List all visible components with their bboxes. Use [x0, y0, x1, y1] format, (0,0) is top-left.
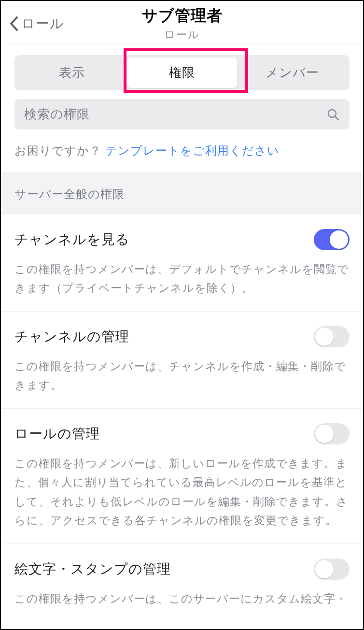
permission-desc: この権限を持つメンバーは、チャンネルを作成・編集・削除できます。: [14, 357, 350, 395]
permission-view-channels: チャンネルを見る この権限を持つメンバーは、デフォルトでチャンネルを閲覧できます…: [1, 215, 363, 312]
chevron-left-icon: [10, 16, 18, 31]
tab-bar: 表示 権限 メンバー: [14, 55, 350, 90]
help-link[interactable]: テンプレートをご利用ください: [105, 144, 280, 157]
svg-line-1: [335, 116, 338, 120]
permission-desc: この権限を持つメンバーは、新しいロールを作成できます。また、個々人に割り当てられ…: [14, 454, 350, 530]
permission-desc: この権限を持つメンバーは、デフォルトでチャンネルを閲覧できます（プライベートチャ…: [14, 260, 350, 298]
tab-permissions[interactable]: 権限: [127, 57, 237, 88]
search-input[interactable]: [24, 107, 326, 122]
tab-display[interactable]: 表示: [17, 57, 127, 88]
toggle-manage-emoji[interactable]: [314, 558, 350, 580]
toggle-manage-roles[interactable]: [314, 423, 350, 444]
permission-manage-channels: チャンネルの管理 この権限を持つメンバーは、チャンネルを作成・編集・削除できます…: [1, 312, 363, 409]
section-header: サーバー全般の権限: [1, 172, 363, 215]
permission-title: チャンネルを見る: [14, 230, 130, 249]
help-prefix: お困りですか？: [14, 144, 101, 157]
header-bar: ロール サブ管理者 ロール: [1, 1, 363, 44]
permission-manage-roles: ロールの管理 この権限を持つメンバーは、新しいロールを作成できます。また、個々人…: [1, 409, 363, 544]
back-button[interactable]: ロール: [10, 14, 64, 33]
tab-members[interactable]: メンバー: [237, 57, 347, 88]
permission-manage-emoji: 絵文字・スタンプの管理 この権限を持つメンバーは、このサーバーにカスタム絵文字・: [1, 544, 363, 622]
permission-title: ロールの管理: [14, 425, 100, 443]
permission-desc: この権限を持つメンバーは、このサーバーにカスタム絵文字・: [14, 589, 350, 608]
help-text: お困りですか？ テンプレートをご利用ください: [1, 129, 363, 172]
permission-title: 絵文字・スタンプの管理: [14, 560, 171, 578]
back-label: ロール: [21, 14, 64, 33]
search-icon: [326, 108, 340, 121]
permission-title: チャンネルの管理: [14, 328, 129, 346]
toggle-manage-channels[interactable]: [314, 326, 350, 347]
search-row[interactable]: [14, 99, 350, 129]
toggle-view-channels[interactable]: [314, 229, 350, 250]
